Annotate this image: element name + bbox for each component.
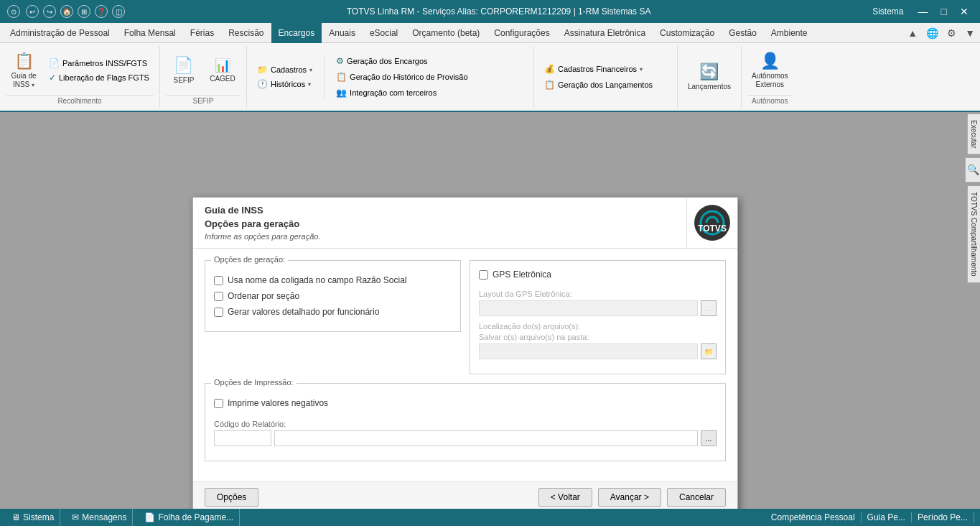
menu-globe-icon[interactable]: 🌐	[924, 27, 941, 39]
status-guia[interactable]: Guia Pe...	[862, 512, 912, 522]
historicos-arrow: ▾	[308, 81, 311, 88]
menu-item-ferias[interactable]: Férias	[183, 23, 221, 43]
close-button[interactable]: ✕	[956, 4, 973, 19]
status-competencia[interactable]: Competência Pessoal	[765, 512, 862, 522]
cadastros-financeiros-button[interactable]: 💰 Cadastros Financeiros ▾	[540, 63, 657, 75]
modal-informe: Informe as opções para geração.	[205, 232, 675, 241]
menu-settings-icon[interactable]: ⚙	[945, 27, 958, 39]
autonomos-icon: 👤	[760, 52, 780, 70]
guia-inss-button[interactable]: 📋 Guia deINSS ▾	[6, 47, 42, 93]
sidebar-tab-compartilhamento[interactable]: TOTVS Compartilhamento	[967, 185, 981, 283]
lancamentos-icon: 🔄	[699, 63, 719, 81]
status-sistema[interactable]: 🖥 Sistema	[6, 509, 60, 526]
gps-eletronica-checkbox[interactable]	[479, 270, 488, 280]
menu-item-anuais[interactable]: Anuais	[322, 23, 363, 43]
codigo-relatorio-desc[interactable]	[274, 430, 698, 446]
fin-arrow: ▾	[640, 66, 643, 73]
cancelar-button[interactable]: Cancelar	[667, 488, 726, 507]
gps-eletronica-label[interactable]: GPS Eletrônica	[493, 269, 551, 280]
menu-item-ambiente[interactable]: Ambiente	[764, 23, 815, 43]
menu-item-administracao[interactable]: Administração de Pessoal	[3, 23, 117, 43]
ribbon-section-lancamentos: 🔄 Lançamentos	[678, 46, 742, 108]
geracao-encargos-icon: ⚙	[336, 56, 344, 66]
nav-icon-1[interactable]: ↩	[26, 5, 39, 18]
integracao-terceiros-button[interactable]: 👥 Integração com terceiros	[332, 86, 472, 99]
layout-gps-label: Layout da GPS Eletrônica:	[479, 290, 717, 298]
menu-item-encargos[interactable]: Encargos	[271, 23, 322, 43]
valores-detalhados-checkbox[interactable]	[214, 308, 223, 317]
status-mensagens[interactable]: ✉ Mensagens	[66, 509, 133, 526]
status-periodo-label: Período Pe...	[918, 512, 968, 522]
codigo-relatorio-browse[interactable]: ...	[701, 430, 717, 446]
status-folha-icon: 📄	[144, 512, 155, 522]
minimize-button[interactable]: —	[914, 4, 933, 19]
autonomos-label: AutônomosExternos	[752, 72, 788, 89]
menu-down-icon[interactable]: ▼	[963, 27, 977, 39]
modal-guia-inss: Guia de INSS Opções para geração Informe…	[192, 197, 738, 513]
nav-icon-4[interactable]: ⊞	[78, 5, 90, 18]
ribbon-section-cadastros: 📁 Cadastros ▾ 🕐 Históricos ▾ ⚙ Geração d…	[247, 46, 534, 108]
sefip-button[interactable]: 📄 SEFIP	[166, 47, 202, 93]
menu-item-gestao[interactable]: Gestão	[722, 23, 764, 43]
menu-item-orcamento[interactable]: Orçamento (beta)	[405, 23, 487, 43]
menu-item-esocial[interactable]: eSocial	[363, 23, 405, 43]
nav-icon-3[interactable]: 🏠	[60, 5, 73, 18]
layout-gps-input[interactable]	[479, 300, 698, 316]
nav-icon-2[interactable]: ↪	[43, 5, 56, 18]
salvar-label: Salvar o(s) arquivo(s) na pasta:	[479, 333, 717, 341]
checkbox-ordenar-row: Ordenar por seção	[214, 291, 452, 301]
status-sistema-label: Sistema	[23, 512, 54, 522]
geracao-lancamentos-button[interactable]: 📋 Geração dos Lançamentos	[540, 78, 657, 91]
codigo-relatorio-code[interactable]	[214, 430, 271, 446]
autonomos-externos-button[interactable]: 👤 AutônomosExternos	[747, 47, 793, 93]
liberacao-label: Liberação de Flags FGTS	[59, 73, 149, 82]
right-sidebar: Executar 🔍 TOTVS Compartilhamento	[967, 112, 980, 509]
layout-gps-browse[interactable]: ...	[701, 300, 717, 316]
nav-icon-5[interactable]: ❓	[95, 5, 108, 18]
salvar-input[interactable]	[479, 343, 698, 359]
voltar-button[interactable]: < Voltar	[538, 488, 592, 507]
historicos-button[interactable]: 🕐 Históricos ▾	[253, 78, 317, 91]
sidebar-tab-executar[interactable]: Executar	[967, 114, 981, 154]
cadastros-button[interactable]: 📁 Cadastros ▾	[253, 63, 317, 76]
avancar-button[interactable]: Avançar >	[598, 488, 661, 507]
usa-nome-label[interactable]: Usa nome da coligada no campo Razão Soci…	[228, 275, 406, 285]
lancamentos-button[interactable]: 🔄 Lançamentos	[683, 54, 735, 100]
ribbon-items-lancamentos: 🔄 Lançamentos	[683, 47, 735, 106]
ribbon-section-sefip: 📄 SEFIP 📊 CAGED SEFIP	[160, 46, 247, 108]
status-mensagens-icon: ✉	[72, 512, 79, 522]
parametros-inss-button[interactable]: 📄 Parâmetros INSS/FGTS	[45, 57, 154, 70]
status-folha-label: Folha de Pagame...	[158, 512, 233, 522]
geracao-historico-button[interactable]: 📋 Geração do Histórico de Provisão	[332, 70, 472, 83]
menu-item-customizacao[interactable]: Customização	[653, 23, 722, 43]
imprime-negativos-label[interactable]: Imprime valores negativos	[228, 398, 328, 408]
menu-up-icon[interactable]: ▲	[905, 27, 920, 39]
imprime-negativos-checkbox[interactable]	[214, 399, 223, 408]
sidebar-tab-search[interactable]: 🔍	[965, 157, 980, 183]
menu-item-rescisao[interactable]: Rescisão	[221, 23, 271, 43]
salvar-browse[interactable]: 📁	[701, 343, 717, 359]
status-periodo[interactable]: Período Pe...	[912, 512, 974, 522]
status-folha[interactable]: 📄 Folha de Pagame...	[139, 509, 240, 526]
menu-item-configuracoes[interactable]: Configurações	[487, 23, 556, 43]
opcoes-impressao-box: Opções de Impressão: Imprime valores neg…	[205, 383, 726, 461]
opcoes-button[interactable]: Opções	[205, 488, 258, 507]
recolhimento-label: Recolhimento	[6, 95, 154, 106]
cadastros-fin-label: Cadastros Financeiros	[558, 65, 637, 73]
cadastros-small-icon: 📁	[257, 65, 268, 75]
menu-item-folha[interactable]: Folha Mensal	[117, 23, 183, 43]
app-icon[interactable]: ⊙	[7, 5, 20, 18]
geracao-encargos-button[interactable]: ⚙ Geração dos Encargos	[332, 55, 472, 68]
ordenar-label[interactable]: Ordenar por seção	[228, 291, 299, 301]
caged-button[interactable]: 📊 CAGED	[205, 47, 241, 93]
salvar-row: 📁	[479, 343, 717, 359]
maximize-button[interactable]: □	[937, 4, 951, 19]
liberacao-flags-button[interactable]: ✓ Liberação de Flags FGTS	[45, 71, 154, 84]
ordenar-checkbox[interactable]	[214, 292, 223, 301]
title-bar-icons: ↩ ↪ 🏠 ⊞ ❓ ◫	[26, 5, 125, 18]
nav-icon-6[interactable]: ◫	[112, 5, 125, 18]
codigo-relatorio-label: Código do Relatório:	[214, 420, 717, 428]
usa-nome-checkbox[interactable]	[214, 276, 223, 285]
menu-item-assinatura[interactable]: Assinatura Eletrônica	[557, 23, 653, 43]
valores-detalhados-label[interactable]: Gerar valores detalhado por funcionário	[228, 307, 379, 317]
